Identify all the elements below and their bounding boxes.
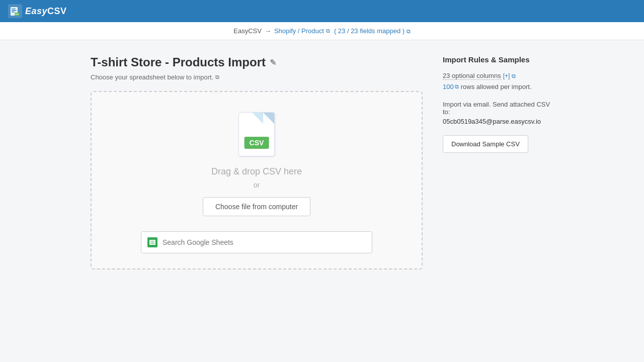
choose-file-button[interactable]: Choose file from computer: [203, 197, 310, 216]
csv-file-icon: CSV: [238, 112, 275, 156]
fields-ext-icon: ⧉: [407, 28, 411, 34]
breadcrumb-arrow: →: [265, 27, 271, 35]
optional-cols-ext-icon: ⧉: [512, 73, 516, 79]
sidebar-title: Import Rules & Samples: [443, 55, 553, 64]
left-panel: T-shirt Store - Products Import ✎ Choose…: [91, 55, 423, 269]
optional-columns-label: 23 optional columns: [443, 72, 501, 80]
csv-label: CSV: [245, 137, 269, 149]
edit-title-icon[interactable]: ✎: [270, 58, 276, 67]
google-sheets-input[interactable]: [163, 238, 366, 246]
app-header: CSV EasyCSV: [0, 0, 644, 22]
ext-link-icon: ⧉: [326, 28, 330, 34]
svg-rect-4: [12, 12, 15, 13]
right-panel: Import Rules & Samples 23 optional colum…: [443, 55, 553, 269]
or-divider: or: [254, 181, 260, 189]
optional-columns-row: 23 optional columns [+] ⧉: [443, 72, 553, 80]
rows-allowed-text: rows allowed per import.: [461, 83, 532, 90]
csv-fold-shadow: [252, 113, 263, 124]
main-content: T-shirt Store - Products Import ✎ Choose…: [70, 40, 574, 285]
fields-mapped[interactable]: ( 23 / 23 fields mapped ) ⧉: [334, 27, 411, 35]
rows-allowed-row: 100 ⧉ rows allowed per import.: [443, 83, 553, 90]
drop-zone[interactable]: CSV Drag & drop CSV here or Choose file …: [91, 91, 423, 269]
email-import-label: Import via email. Send attached CSV to:: [443, 101, 553, 116]
svg-rect-2: [12, 9, 16, 10]
email-address: 05cb0519a345@parse.easycsv.io: [443, 118, 553, 125]
google-sheets-icon: [147, 237, 157, 247]
logo: CSV EasyCSV: [8, 4, 67, 18]
drag-drop-text: Drag & drop CSV here: [211, 166, 302, 177]
breadcrumb-app: EasyCSV: [233, 27, 262, 35]
download-sample-button[interactable]: Download Sample CSV: [443, 135, 528, 153]
svg-rect-3: [12, 10, 17, 11]
breadcrumb-bar: EasyCSV → Shopify / Product ⧉ ( 23 / 23 …: [0, 22, 644, 40]
rows-num: 100 ⧉: [443, 83, 459, 90]
subtitle-link-icon: ⧉: [215, 74, 219, 80]
breadcrumb-link[interactable]: Shopify / Product: [274, 27, 324, 35]
logo-icon: CSV: [8, 4, 22, 18]
csv-fold: [263, 113, 274, 124]
svg-text:CSV: CSV: [15, 13, 19, 16]
csv-file-body: CSV: [238, 112, 275, 156]
google-sheets-search[interactable]: [141, 231, 372, 253]
rows-ext-icon: ⧉: [455, 83, 459, 90]
page-title: T-shirt Store - Products Import ✎: [91, 55, 423, 69]
brand-name: EasyCSV: [25, 6, 67, 17]
optional-columns-badge: [+]: [503, 72, 510, 79]
page-subtitle: Choose your spreadsheet below to import.…: [91, 73, 423, 81]
